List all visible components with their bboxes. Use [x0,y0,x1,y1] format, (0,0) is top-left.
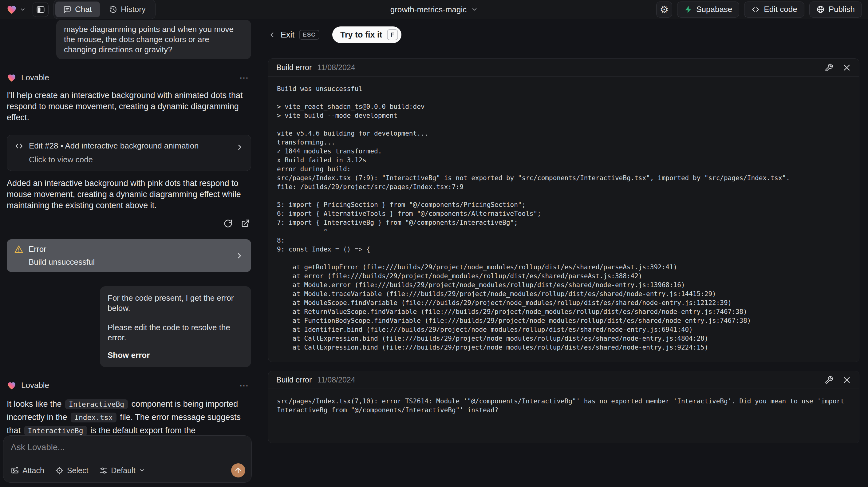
code-brackets-icon [751,5,760,14]
build-error-log-card: Build error 11/08/2024 src/pages/Index.t… [268,371,859,443]
supabase-button[interactable]: Supabase [677,2,739,18]
history-icon [109,5,117,13]
assistant-name: Lovable [21,381,49,390]
publish-label: Publish [829,5,855,14]
message-menu-button[interactable]: ⋯ [240,72,251,83]
assistant-name: Lovable [21,73,49,82]
tab-chat[interactable]: Chat [55,2,100,17]
edit-28-card[interactable]: Edit #28 • Add interactive background an… [7,135,251,171]
publish-button[interactable]: Publish [809,2,862,18]
tab-history-label: History [121,5,146,14]
send-button[interactable] [231,463,245,478]
sliders-icon [99,466,107,475]
exit-button[interactable]: Exit ESC [268,30,319,40]
chevron-down-icon [20,6,26,12]
error-card-subtitle: Build unsuccessful [29,257,244,267]
fix-panel-header: Exit ESC Try to fix it F [268,26,859,43]
show-error-link[interactable]: Show error [107,350,243,360]
build-error-date: 11/08/2024 [317,63,355,72]
sidebar-toggle-button[interactable] [33,2,49,17]
f-key-badge: F [387,29,398,40]
warning-triangle-icon [14,245,23,254]
chevron-down-icon [471,6,478,13]
edit-28-subtitle: Click to view code [29,155,243,164]
user-message-text: maybe diagramming points and when you mo… [64,24,243,55]
chevron-left-icon [268,31,276,39]
inline-code: InteractiveBg [65,399,128,409]
mode-dropdown[interactable]: Default [99,466,145,475]
mode-label: Default [111,466,135,475]
crosshair-icon [55,466,64,475]
chat-input-panel: Attach Select Default [3,435,252,483]
lovable-heart-icon [6,4,17,15]
edit-28-title: Edit #28 • Add interactive background an… [29,141,199,151]
build-error-title: Build error [276,375,312,384]
build-error-log: Build was unsuccessful > vite_react_shad… [268,77,859,362]
user-message-text: For the code present, I get the error be… [107,293,243,313]
chevron-right-icon [236,143,244,152]
build-error-header: Build error 11/08/2024 [268,59,859,77]
tab-history[interactable]: History [101,2,154,17]
chat-history-tabs: Chat History [54,0,156,19]
wrench-icon[interactable] [825,63,833,72]
build-error-card[interactable]: Error Build unsuccessful [7,239,251,272]
attach-button[interactable]: Attach [11,466,44,475]
user-message: maybe diagramming points and when you mo… [56,20,251,59]
project-switcher[interactable]: growth-metrics-magic [390,5,478,14]
build-error-header: Build error 11/08/2024 [268,371,859,389]
user-message-text: Please edit the code to resolve the erro… [107,323,243,343]
chat-messages: maybe diagramming points and when you mo… [0,19,257,487]
close-icon[interactable] [842,376,851,384]
assistant-header: Lovable ⋯ [7,380,251,391]
exit-label: Exit [281,30,294,40]
open-external-icon[interactable] [241,219,250,228]
select-label: Select [67,466,88,475]
message-menu-button[interactable]: ⋯ [240,380,251,391]
inline-code: Index.tsx [71,413,117,422]
chevron-down-icon [139,467,145,474]
assistant-header: Lovable ⋯ [7,72,251,83]
user-message: For the code present, I get the error be… [100,286,251,367]
try-to-fix-label: Try to fix it [340,30,382,40]
settings-button[interactable]: ⚙ [656,2,672,18]
lovable-heart-icon [7,381,17,391]
image-attach-icon [11,466,19,475]
inline-code: InteractiveBg [24,426,87,436]
lovable-logo-menu[interactable] [6,4,26,15]
esc-key-badge: ESC [299,30,319,40]
chat-input[interactable] [11,443,245,452]
build-error-log-card: Build error 11/08/2024 Build was unsucce… [268,58,859,362]
build-error-log-text: src/pages/Index.tsx(7,10): error TS2614:… [277,397,850,415]
chat-panel: maybe diagramming points and when you mo… [0,19,257,487]
build-error-title: Build error [276,63,312,72]
topbar: Chat History growth-metrics-magic ⚙ Supa… [0,0,868,19]
arrow-up-icon [234,466,242,475]
lovable-heart-icon [7,73,17,83]
build-error-log: src/pages/Index.tsx(7,10): error TS2614:… [268,389,859,443]
gear-icon: ⚙ [660,5,669,14]
error-card-title: Error [29,244,46,254]
select-button[interactable]: Select [55,466,88,475]
error-fix-panel: Exit ESC Try to fix it F Build error 11/… [257,19,868,487]
close-icon[interactable] [842,63,851,72]
edit-code-button[interactable]: Edit code [744,2,804,18]
chat-bubble-icon [63,5,71,13]
topbar-actions: ⚙ Supabase Edit code Publish [656,2,862,18]
assistant-paragraph: Added an interactive background with pin… [7,178,251,211]
build-error-date: 11/08/2024 [317,375,355,384]
supabase-label: Supabase [696,5,732,14]
sidebar-panel-icon [36,5,45,14]
attach-label: Attach [23,466,44,475]
chevron-right-icon [235,251,244,260]
try-to-fix-button[interactable]: Try to fix it F [332,26,401,43]
text-run: is the default export from the [88,426,196,435]
tab-chat-label: Chat [75,5,92,14]
project-name: growth-metrics-magic [390,5,467,14]
assistant-paragraph: I'll help create an interactive backgrou… [7,90,251,123]
restore-icon[interactable] [223,219,233,228]
edit-code-label: Edit code [764,5,797,14]
wrench-icon[interactable] [825,376,833,384]
text-run: It looks like the [7,399,64,408]
globe-icon [816,5,825,13]
code-brackets-icon [14,142,24,151]
